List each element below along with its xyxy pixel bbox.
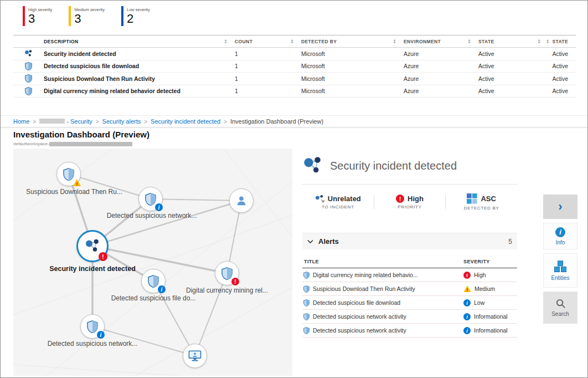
alert-detected-by: Microsoft xyxy=(301,75,404,82)
alerts-count-badge: 5 xyxy=(508,238,512,246)
breadcrumb-home[interactable]: Home xyxy=(13,118,29,125)
breadcrumb-security-alerts[interactable]: Security alerts xyxy=(102,118,141,125)
incident-icon xyxy=(13,49,44,58)
alerts-section-header[interactable]: Alerts 5 xyxy=(302,233,517,249)
info-icon: i xyxy=(555,227,565,237)
alert-description: Detected suspicious file download xyxy=(44,63,235,69)
alert-count: 1 xyxy=(235,50,301,57)
alerts-table-header: DESCRIPTION↕ COUNT↕ DETECTED BY↕ ENVIRON… xyxy=(13,35,576,48)
unrelated-icon xyxy=(315,195,324,203)
high-severity-bar xyxy=(23,6,25,26)
sort-icon[interactable]: ↕ xyxy=(393,39,397,44)
tab-info[interactable]: i Info xyxy=(543,223,577,249)
sort-icon[interactable]: ↕ xyxy=(467,39,472,44)
alerts-table: DESCRIPTION↕ COUNT↕ DETECTED BY↕ ENVIRON… xyxy=(13,35,576,98)
graph-node-user[interactable] xyxy=(229,188,254,213)
alert-state: Active xyxy=(478,75,548,82)
user-icon xyxy=(235,195,247,207)
alert-severity: Medium xyxy=(474,285,495,292)
graph-node-file-download[interactable]: i xyxy=(141,269,166,293)
column-header-detected-by[interactable]: DETECTED BY↕ xyxy=(301,39,404,44)
column-header-count[interactable]: COUNT↕ xyxy=(235,39,301,44)
alert-environment: Azure xyxy=(404,63,478,69)
column-header-description[interactable]: DESCRIPTION↕ xyxy=(44,39,235,44)
host-icon xyxy=(188,350,202,362)
alert-environment: Azure xyxy=(404,50,478,57)
table-row[interactable]: Digital currency mining related behavior… xyxy=(13,85,576,98)
alert-title: Digital currency mining related behavio.… xyxy=(313,272,418,278)
stat-priority: ! High PRIORITY xyxy=(374,193,446,211)
alert-title: Detected suspicious file download xyxy=(313,299,400,306)
shield-icon xyxy=(13,62,44,70)
column-header-state[interactable]: STATE↕ xyxy=(478,39,548,44)
tab-entities[interactable]: Entities xyxy=(543,253,577,288)
sort-icon[interactable]: ↕ xyxy=(290,39,295,44)
alert-title: Detected suspicious network activity xyxy=(313,327,406,334)
shield-icon xyxy=(87,320,98,333)
alert-state: Active xyxy=(478,88,548,94)
graph-node-security-incident[interactable]: ! xyxy=(76,230,109,262)
high-severity-badge[interactable]: High severity 3 xyxy=(23,6,52,26)
graph-node-suspicious-download[interactable]: ! xyxy=(56,162,81,186)
low-severity-badge[interactable]: Low severity 2 xyxy=(121,6,150,26)
page-title: Investigation Dashboard (Preview) xyxy=(13,130,149,139)
error-icon: ! xyxy=(231,278,239,285)
shield-icon xyxy=(145,193,156,206)
detail-header: Security incident detected xyxy=(302,149,517,185)
tab-search[interactable]: Search xyxy=(543,292,577,324)
alert-list-item[interactable]: Digital currency mining related behavio.… xyxy=(302,268,517,282)
alert-title: Detected suspicious network activity xyxy=(313,313,406,320)
stat-value: ASC xyxy=(481,195,496,203)
shield-icon xyxy=(303,285,310,293)
shield-icon xyxy=(303,327,310,334)
node-label: Digital currency mining rel... xyxy=(186,287,268,294)
detail-title: Security incident detected xyxy=(330,160,457,172)
redacted-text xyxy=(39,119,65,124)
alert-list-item[interactable]: Detected suspicious file download i Low xyxy=(302,296,517,310)
chevron-down-icon xyxy=(307,239,313,244)
alert-state-2: Active xyxy=(548,63,576,69)
node-label: Security incident detected xyxy=(49,265,136,273)
node-label: Detected suspicious network... xyxy=(107,212,197,219)
graph-node-mining[interactable]: ! xyxy=(215,261,239,285)
sort-icon[interactable]: ↕ xyxy=(545,39,550,44)
alert-description: Suspicious Download Then Run Activity xyxy=(44,75,235,82)
side-tab-strip: › i Info Entities Search xyxy=(543,195,577,324)
medium-severity-badge[interactable]: Medium severity 3 xyxy=(69,6,105,26)
microsoft-logo-icon xyxy=(467,193,477,204)
sort-icon[interactable]: ↕ xyxy=(537,39,541,44)
alert-list-header: TITLE SEVERITY xyxy=(302,253,517,268)
breadcrumb-incident[interactable]: Security incident detected xyxy=(151,118,220,125)
alert-list-item[interactable]: Suspicious Download Then Run Activity ! … xyxy=(302,282,517,296)
column-header-state-2[interactable]: ↕STATE xyxy=(548,39,576,44)
stat-label: PRIORITY xyxy=(398,205,421,210)
table-row[interactable]: Security incident detected 1 Microsoft A… xyxy=(13,48,576,60)
alert-detected-by: Microsoft xyxy=(301,88,404,94)
alerts-section-title: Alerts xyxy=(318,237,339,246)
column-header-environment[interactable]: ENVIRONMENT↕ xyxy=(404,39,478,44)
warning-icon: ! xyxy=(73,178,81,186)
stat-label: DETECTED BY xyxy=(464,206,499,211)
table-row[interactable]: Detected suspicious file download 1 Micr… xyxy=(13,60,576,73)
svg-text:!: ! xyxy=(76,181,78,186)
graph-node-network-activity-bottom[interactable]: i xyxy=(80,314,105,339)
alert-detected-by: Microsoft xyxy=(301,63,404,69)
investigation-graph[interactable]: ! Suspicious Download Then Ru... i Detec… xyxy=(13,149,292,376)
collapse-panel-button[interactable]: › xyxy=(543,195,577,219)
informational-severity-icon: i xyxy=(463,313,471,320)
graph-node-network-activity-top[interactable]: i xyxy=(138,187,163,211)
incident-detail-panel: Security incident detected Unrelated TO … xyxy=(302,149,517,338)
alert-count: 1 xyxy=(235,88,301,94)
medium-severity-icon: ! xyxy=(463,285,471,292)
alert-list-item[interactable]: Detected suspicious network activity i I… xyxy=(302,324,517,338)
tab-label: Search xyxy=(551,311,569,317)
table-row[interactable]: Suspicious Download Then Run Activity 1 … xyxy=(13,73,576,85)
sort-icon[interactable]: ↕ xyxy=(224,39,228,44)
breadcrumb-security[interactable]: - Security xyxy=(39,118,92,125)
graph-node-host[interactable] xyxy=(183,344,207,368)
alert-list-item[interactable]: Detected suspicious network activity i I… xyxy=(302,310,517,324)
node-label: Detected suspicious file do... xyxy=(111,294,196,302)
node-label: Suspicious Download Then Ru... xyxy=(26,188,122,196)
tab-label: Info xyxy=(556,239,565,246)
alert-detected-by: Microsoft xyxy=(301,50,404,57)
